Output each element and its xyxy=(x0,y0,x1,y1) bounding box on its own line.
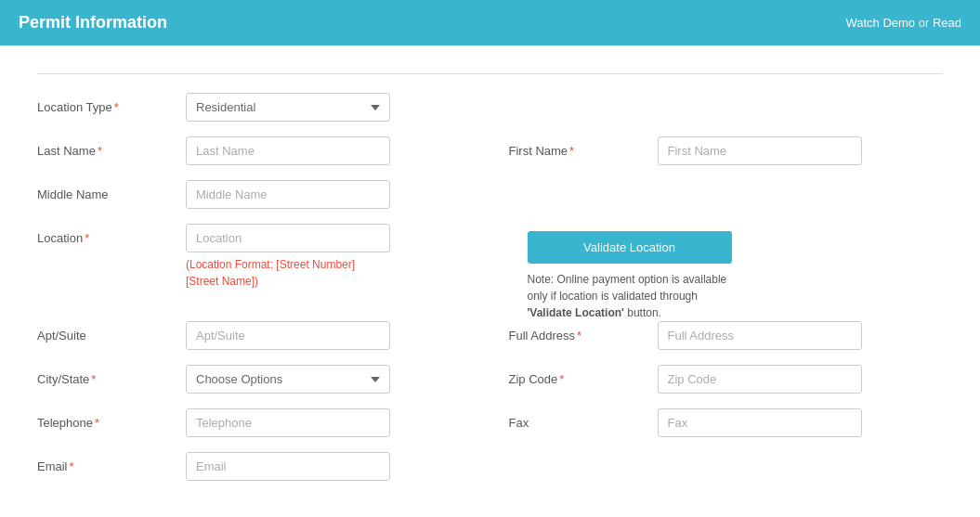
full-address-field xyxy=(658,321,862,350)
location-section: Location* (Location Format: [Street Numb… xyxy=(37,224,943,321)
city-state-select[interactable]: Choose Options xyxy=(186,365,390,394)
last-name-row: Last Name* xyxy=(37,136,472,165)
email-input[interactable] xyxy=(186,452,390,481)
telephone-label: Telephone* xyxy=(37,408,186,430)
apt-suite-field xyxy=(186,321,390,350)
zip-code-label: Zip Code* xyxy=(509,365,658,386)
address-row: Apt/Suite Full Address* xyxy=(37,321,943,365)
apt-suite-input[interactable] xyxy=(186,321,390,350)
location-type-label: Location Type* xyxy=(37,93,186,114)
location-left: Location* (Location Format: [Street Numb… xyxy=(37,224,472,321)
full-address-row: Full Address* xyxy=(509,321,944,350)
city-state-field: Choose Options xyxy=(186,365,390,394)
telephone-row: Telephone* xyxy=(37,408,472,437)
location-field: (Location Format: [Street Number] [Stree… xyxy=(186,224,390,290)
first-name-field xyxy=(658,136,862,165)
location-right: Validate Location Note: Online payment o… xyxy=(509,224,944,321)
location-hint: (Location Format: [Street Number] [Stree… xyxy=(186,256,390,290)
location-row: Location* (Location Format: [Street Numb… xyxy=(37,224,472,290)
validate-location-button[interactable]: Validate Location xyxy=(528,231,732,264)
page-title: Permit Information xyxy=(19,13,167,32)
location-type-field: Residential xyxy=(186,93,390,122)
middle-name-input[interactable] xyxy=(186,180,390,209)
location-type-select[interactable]: Residential xyxy=(186,93,390,122)
city-state-label: City/State* xyxy=(37,365,186,386)
apt-suite-label: Apt/Suite xyxy=(37,321,186,343)
fax-input[interactable] xyxy=(658,408,862,437)
location-type-row: Location Type* Residential xyxy=(37,93,943,122)
fax-row: Fax xyxy=(509,408,944,437)
watch-demo-link[interactable]: Watch Demo xyxy=(845,16,915,30)
last-name-field xyxy=(186,136,390,165)
first-name-input[interactable] xyxy=(658,136,862,165)
name-row: Last Name* First Name* xyxy=(37,136,943,180)
email-label: Email* xyxy=(37,452,186,473)
header: Permit Information Watch Demo or Read xyxy=(0,0,980,45)
form-container: Location Type* Residential Last Name* Fi… xyxy=(0,45,980,517)
fax-field xyxy=(658,408,862,437)
telephone-field xyxy=(186,408,390,437)
middle-name-label: Middle Name xyxy=(37,180,186,201)
telephone-fax-row: Telephone* Fax xyxy=(37,408,943,452)
full-address-label: Full Address* xyxy=(509,321,658,343)
city-state-row: City/State* Choose Options xyxy=(37,365,472,394)
header-links: Watch Demo or Read xyxy=(845,16,961,30)
fax-label: Fax xyxy=(509,408,658,430)
read-link[interactable]: Read xyxy=(933,16,961,30)
validate-note: Note: Online payment option is available… xyxy=(528,271,732,321)
location-label: Location* xyxy=(37,224,186,245)
city-zip-row: City/State* Choose Options Zip Code* xyxy=(37,365,943,408)
first-name-label: First Name* xyxy=(509,136,658,158)
or-separator: or xyxy=(919,16,930,30)
email-field xyxy=(186,452,390,481)
telephone-input[interactable] xyxy=(186,408,390,437)
zip-code-input[interactable] xyxy=(658,365,862,394)
last-name-input[interactable] xyxy=(186,136,390,165)
email-row: Email* xyxy=(37,452,943,481)
first-name-row: First Name* xyxy=(509,136,944,165)
zip-code-row: Zip Code* xyxy=(509,365,944,394)
full-address-input xyxy=(658,321,862,350)
location-input[interactable] xyxy=(186,224,390,252)
middle-name-field xyxy=(186,180,390,209)
last-name-label: Last Name* xyxy=(37,136,186,158)
zip-code-field xyxy=(658,365,862,394)
divider xyxy=(37,73,943,74)
apt-suite-row: Apt/Suite xyxy=(37,321,472,350)
middle-name-row: Middle Name xyxy=(37,180,943,209)
